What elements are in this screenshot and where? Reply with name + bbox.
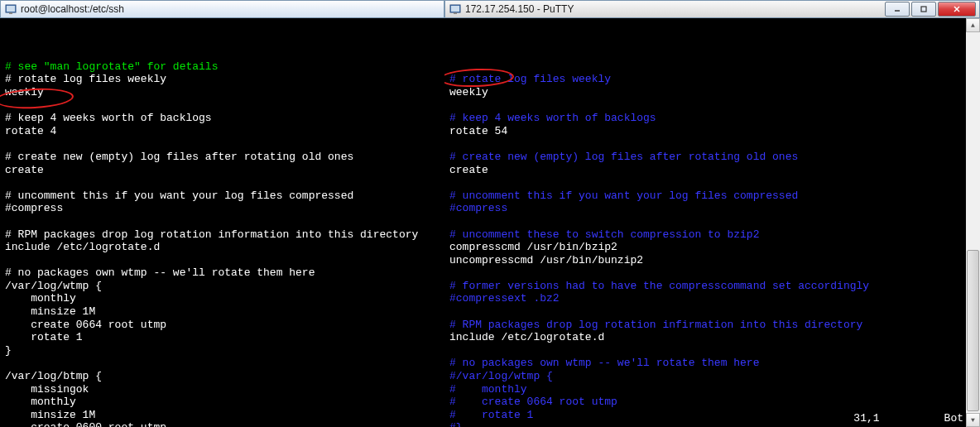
- terminal-line: [5, 357, 440, 370]
- terminal-line: # monthly: [449, 383, 965, 396]
- terminal-line: include /etc/logrotate.d: [449, 331, 965, 344]
- terminal-line: }: [5, 344, 440, 357]
- terminal-line: monthly: [5, 292, 440, 305]
- terminal-line: minsize 1M: [5, 305, 440, 319]
- terminal-line: #/var/log/wtmp {: [449, 370, 965, 383]
- terminal-line: [5, 176, 440, 190]
- terminal-line: /var/log/btmp {: [5, 370, 440, 383]
- svg-rect-4: [451, 6, 459, 12]
- terminal-line: # former versions had to have the compre…: [449, 280, 965, 293]
- scrollbar-thumb[interactable]: [967, 250, 979, 411]
- terminal-line: rotate 54: [449, 125, 965, 138]
- terminal-line: [449, 176, 965, 190]
- left-titlebar[interactable]: root@localhost:/etc/ssh: [0, 0, 444, 18]
- terminal-line: create: [5, 164, 440, 177]
- terminal-line: # uncomment this if you want your log fi…: [5, 190, 440, 203]
- terminal-line: #compress: [449, 202, 965, 215]
- right-titlebar[interactable]: 172.17.254.150 - PuTTY: [444, 0, 980, 18]
- terminal-line: #compress: [5, 202, 440, 215]
- terminal-line: [449, 266, 965, 280]
- left-title-text: root@localhost:/etc/ssh: [21, 3, 440, 15]
- svg-rect-1: [7, 6, 15, 12]
- terminal-line: # RPM packages drop log rotation informa…: [5, 228, 440, 242]
- svg-rect-2: [9, 12, 12, 14]
- terminal-line: [5, 99, 440, 113]
- terminal-line: weekly: [5, 86, 440, 99]
- terminal-line: # keep 4 weeks worth of backlogs: [5, 112, 440, 125]
- right-terminal-window: 172.17.254.150 - PuTTY 31,1 Bot # rotate…: [444, 0, 980, 427]
- vim-status-line: 31,1 Bot: [853, 412, 963, 425]
- terminal-line: # uncomment this if you want your log fi…: [449, 190, 965, 203]
- terminal-line: # RPM packages drop log rotation infirma…: [449, 319, 965, 332]
- terminal-line: #compressext .bz2: [449, 292, 965, 305]
- terminal-line: [449, 99, 965, 113]
- terminal-line: # no packages own wtmp -- we'll rotate t…: [5, 266, 440, 280]
- terminal-line: [449, 215, 965, 228]
- terminal-line: rotate 4: [5, 125, 440, 138]
- terminal-line: # create new (empty) log files after rot…: [449, 151, 965, 164]
- terminal-line: missingok: [5, 383, 440, 396]
- right-terminal-body[interactable]: 31,1 Bot # rotate log files weeklyweekly…: [444, 18, 980, 427]
- terminal-line: weekly: [449, 86, 965, 99]
- terminal-line: # rotate log files weekly: [5, 73, 440, 86]
- svg-rect-7: [921, 7, 926, 12]
- terminal-line: # no packages own wtmp -- we'll rotate t…: [449, 357, 965, 370]
- terminal-line: [449, 137, 965, 151]
- svg-rect-5: [454, 12, 457, 14]
- terminal-line: [5, 137, 440, 151]
- scrollbar[interactable]: ▲ ▼: [966, 18, 980, 427]
- terminal-line: [449, 344, 965, 357]
- terminal-line: minsize 1M: [5, 409, 440, 422]
- left-terminal-body[interactable]: # see "man logrotate" for details# rotat…: [0, 18, 444, 427]
- terminal-line: [5, 254, 440, 267]
- terminal-line: include /etc/logrotate.d: [5, 241, 440, 254]
- terminal-line: # see "man logrotate" for details: [5, 60, 440, 74]
- terminal-line: monthly: [5, 396, 440, 409]
- terminal-line: # create 0664 root utmp: [449, 396, 965, 409]
- scrollbar-down-button[interactable]: ▼: [966, 413, 980, 427]
- maximize-button[interactable]: [911, 2, 936, 17]
- terminal-line: [5, 215, 440, 228]
- terminal-line: uncompresscmd /usr/bin/bunzip2: [449, 254, 965, 267]
- putty-icon: [4, 2, 17, 16]
- close-button[interactable]: [938, 2, 976, 17]
- terminal-line: # create new (empty) log files after rot…: [5, 151, 440, 164]
- left-terminal-window: root@localhost:/etc/ssh # see "man logro…: [0, 0, 444, 427]
- scrollbar-up-button[interactable]: ▲: [966, 18, 980, 32]
- putty-icon: [449, 2, 462, 16]
- terminal-line: [449, 305, 965, 319]
- terminal-line: # uncomment these to switch compression …: [449, 228, 965, 242]
- terminal-line: create 0664 root utmp: [5, 319, 440, 332]
- minimize-button[interactable]: [885, 2, 910, 17]
- terminal-line: # rotate log files weekly: [449, 73, 965, 86]
- terminal-line: compresscmd /usr/bin/bzip2: [449, 241, 965, 254]
- window-buttons: [883, 2, 976, 17]
- terminal-line: /var/log/wtmp {: [5, 280, 440, 293]
- terminal-line: create 0600 root utmp: [5, 421, 440, 427]
- terminal-line: # keep 4 weeks worth of backlogs: [449, 112, 965, 125]
- terminal-line: create: [449, 164, 965, 177]
- right-title-text: 172.17.254.150 - PuTTY: [465, 3, 883, 15]
- terminal-line: rotate 1: [5, 331, 440, 344]
